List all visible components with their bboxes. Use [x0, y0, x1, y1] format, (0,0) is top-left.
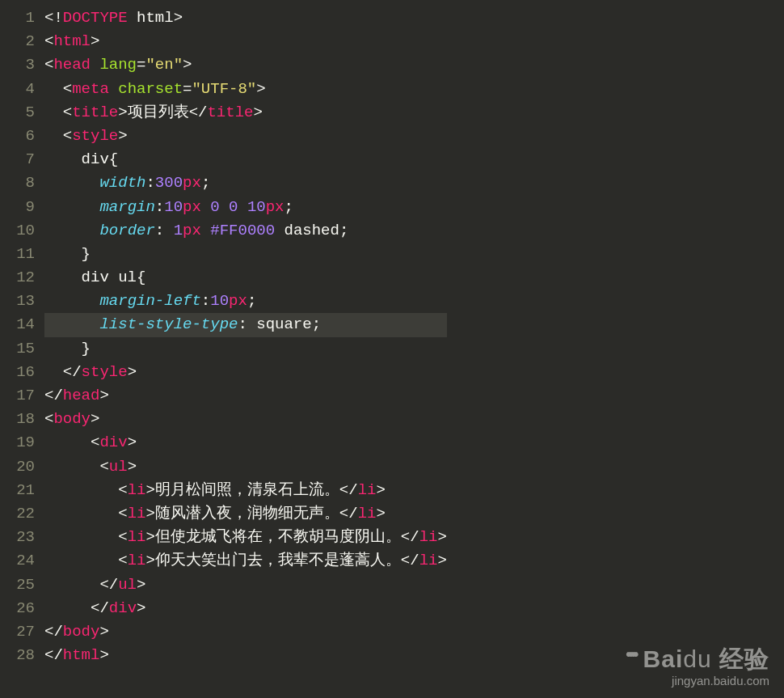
code-line[interactable]: <li>明月松间照，清泉石上流。</li> [44, 479, 447, 502]
line-number: 7 [0, 148, 44, 171]
code-line[interactable]: <li>但使龙城飞将在，不教胡马度阴山。</li> [44, 526, 447, 549]
code-line[interactable]: width:300px; [44, 171, 447, 195]
code-line[interactable]: <style> [44, 125, 447, 148]
code-line[interactable]: </body> [44, 620, 447, 644]
code-line[interactable]: <title>项目列表</title> [44, 101, 447, 125]
code-line[interactable]: </div> [44, 597, 447, 620]
code-line[interactable]: </ul> [44, 573, 447, 597]
code-line[interactable]: <html> [44, 30, 447, 53]
code-line[interactable]: div ul{ [44, 266, 447, 290]
code-line[interactable]: <div> [44, 431, 447, 455]
line-number: 22 [0, 502, 44, 526]
line-number: 23 [0, 526, 44, 549]
code-editor[interactable]: 1234567891011121314151617181920212223242… [0, 0, 784, 698]
code-line[interactable]: margin-left:10px; [44, 290, 447, 313]
line-number: 18 [0, 408, 44, 431]
code-line[interactable]: <body> [44, 408, 447, 431]
line-number-gutter: 1234567891011121314151617181920212223242… [0, 0, 44, 698]
line-number: 24 [0, 549, 44, 573]
line-number: 17 [0, 384, 44, 408]
line-number: 6 [0, 125, 44, 148]
line-number: 27 [0, 620, 44, 644]
watermark-url: jingyan.baidu.com [626, 674, 769, 688]
line-number: 28 [0, 644, 44, 667]
line-number: 11 [0, 243, 44, 266]
line-number: 10 [0, 219, 44, 243]
code-line[interactable]: div{ [44, 148, 447, 171]
line-number: 15 [0, 337, 44, 361]
code-line[interactable]: border: 1px #FF0000 dashed; [44, 219, 447, 243]
watermark: •••• Baidu 经验 jingyan.baidu.com [626, 645, 769, 688]
code-line[interactable]: } [44, 337, 447, 361]
code-area[interactable]: <!DOCTYPE html><html><head lang="en"> <m… [44, 0, 447, 698]
code-line[interactable]: <!DOCTYPE html> [44, 6, 447, 30]
line-number: 16 [0, 361, 44, 384]
line-number: 21 [0, 479, 44, 502]
line-number: 14 [0, 313, 44, 336]
line-number: 3 [0, 53, 44, 77]
watermark-logo-cn: 经验 [719, 645, 769, 672]
line-number: 8 [0, 171, 44, 195]
code-line[interactable]: <head lang="en"> [44, 53, 447, 77]
code-line[interactable]: margin:10px 0 0 10px; [44, 196, 447, 219]
code-line[interactable]: </style> [44, 361, 447, 384]
code-line[interactable]: </head> [44, 384, 447, 408]
code-line[interactable]: <li>仰天大笑出门去，我辈不是蓬蒿人。</li> [44, 549, 447, 573]
watermark-logo-text: Bai [643, 645, 684, 672]
line-number: 9 [0, 196, 44, 219]
code-line[interactable]: <ul> [44, 455, 447, 479]
paw-icon: •••• [626, 645, 635, 664]
line-number: 13 [0, 290, 44, 313]
code-line[interactable]: } [44, 243, 447, 266]
line-number: 25 [0, 573, 44, 597]
code-line[interactable]: </html> [44, 644, 447, 667]
line-number: 5 [0, 101, 44, 125]
code-line[interactable]: <meta charset="UTF-8"> [44, 78, 447, 101]
line-number: 12 [0, 266, 44, 290]
code-line[interactable]: <li>随风潜入夜，润物细无声。</li> [44, 502, 447, 526]
line-number: 19 [0, 431, 44, 455]
line-number: 2 [0, 30, 44, 53]
line-number: 4 [0, 78, 44, 101]
line-number: 1 [0, 6, 44, 30]
line-number: 26 [0, 597, 44, 620]
watermark-logo: •••• Baidu 经验 [626, 645, 769, 674]
line-number: 20 [0, 455, 44, 479]
code-line[interactable]: list-style-type: square; [44, 313, 447, 336]
